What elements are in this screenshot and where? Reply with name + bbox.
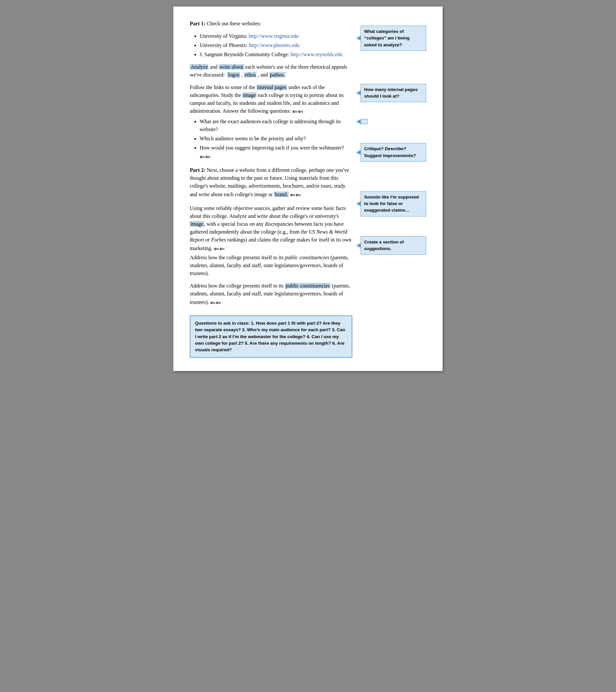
list-item: How would you suggest improving each if … xyxy=(200,144,352,162)
arrow-left-icon-4 xyxy=(356,150,361,155)
arrow-icon-5: ⇐⇐ xyxy=(210,299,221,306)
virginia-link[interactable]: http://www.virginia.edu xyxy=(248,33,299,39)
arrow-icon-1: ⇐⇐ xyxy=(292,108,303,115)
callout-column: What categories of “colleges” am I being… xyxy=(357,20,426,358)
part1-intro: Part 1: Check out these websites: xyxy=(190,20,352,27)
arrow-left-icon-2 xyxy=(356,90,361,96)
arrow-icon-4: ⇐⇐ xyxy=(214,245,225,252)
callout-4: Critique? Describe? Suggest improvements… xyxy=(360,143,426,162)
list-item: What are the exact audiences each colleg… xyxy=(200,118,352,133)
arrow-icon-3: ⇐⇐ xyxy=(290,191,301,198)
phoenix-link[interactable]: http://www.phoenix.edu xyxy=(249,42,300,48)
arrow-left-icon-5 xyxy=(356,201,361,206)
arrow-left-icon xyxy=(356,36,361,41)
list-item: J. Sargeant Reynolds Community College: … xyxy=(200,50,352,59)
questions-box: Questions to ask in class: 1. How does p… xyxy=(190,315,352,358)
callout-6: Create a section of suggestions. xyxy=(360,236,426,255)
arrow-left-icon-6 xyxy=(356,243,361,248)
list-item: University of Phoenix: http://www.phoeni… xyxy=(200,41,352,49)
university-list: University of Virginia: http://www.virgi… xyxy=(200,32,352,59)
arrow-icon-2: ⇐⇐ xyxy=(200,153,211,160)
questions-list: What are the exact audiences each colleg… xyxy=(200,118,352,162)
para-objective: Using some reliably objective sources, g… xyxy=(190,204,352,277)
list-item: University of Virginia: http://www.virgi… xyxy=(200,32,352,40)
callout-2: How many internal pages should I look at… xyxy=(360,84,426,103)
reynolds-link[interactable]: http://www.reynolds.edu xyxy=(291,51,343,57)
arrow-left-icon-3 xyxy=(356,119,361,124)
page: Part 1: Check out these websites: Univer… xyxy=(173,6,443,371)
callout-3 xyxy=(360,119,368,124)
para-analyze: Analyze and write about each website's u… xyxy=(190,63,352,79)
list-item: Which audience seems to be the priority … xyxy=(200,135,352,143)
para-follow: Follow the links to some of the internal… xyxy=(190,83,352,115)
para-public-constituencies: Address how the college presents itself … xyxy=(190,282,352,308)
main-text-column: Part 1: Check out these websites: Univer… xyxy=(190,20,357,358)
part2-para1: Part 2: Next, choose a website from a di… xyxy=(190,166,352,200)
callout-1: What categories of “colleges” am I being… xyxy=(360,26,426,51)
callout-5: Sounds like I’m supposed to look for fal… xyxy=(360,191,426,216)
